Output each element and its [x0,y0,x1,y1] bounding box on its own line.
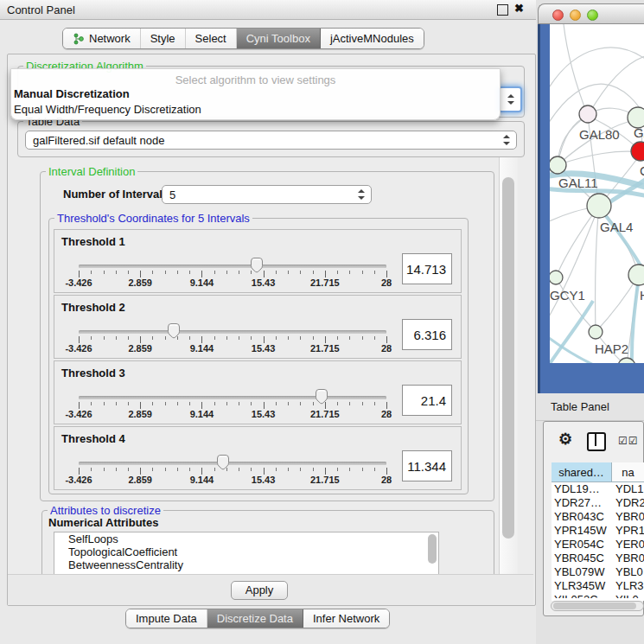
threshold-value-4[interactable]: 11.344 [402,450,452,481]
bottom-tab-discretize-data[interactable]: Discretize Data [207,609,303,628]
threshold-value-1[interactable]: 14.713 [402,253,452,284]
algorithm-option-equal-width-frequency-discretization[interactable]: Equal Width/Frequency Discretization [14,103,201,116]
tick-label: -3.426 [65,277,92,288]
numerical-attributes-list[interactable]: SelfLoopsTopologicalCoefficientBetweenne… [54,532,439,574]
threshold-slider-handle-2[interactable] [167,322,181,340]
tab-select[interactable]: Select [186,29,237,48]
bottom-tab-infer-network[interactable]: Infer Network [303,609,389,628]
hap2-node[interactable] [589,325,603,339]
tick-label: -3.426 [65,409,92,419]
threshold-slider-track-4[interactable] [79,462,386,465]
tick-mark [128,336,129,340]
threshold-slider-track-3[interactable] [79,396,386,399]
threshold-tick-labels-3: -3.4262.8599.14415.4321.71528 [79,409,386,419]
algorithm-option-manual-discretization[interactable]: Manual Discretization [14,87,130,100]
gal4-node[interactable] [587,194,611,218]
tick-label: 28 [381,277,392,288]
bottom-tab-impute-data[interactable]: Impute Data [126,609,207,628]
cell-shared-name: YDL19… [554,482,600,496]
threshold-slider-track-1[interactable] [79,265,386,268]
threshold-tick-labels-4: -3.4262.8599.14415.4321.71528 [79,475,386,485]
attributes-group-title: Attributes to discretize [48,504,163,517]
tick-mark [374,468,375,471]
gear-icon[interactable]: ⚙ [558,431,572,447]
threshold-slider-handle-4[interactable] [216,454,230,471]
tick-mark [140,468,141,475]
tab-network[interactable]: Network [63,29,141,48]
tick-mark [349,336,350,340]
tab-jactivemnodules[interactable]: jActiveMNodules [321,29,424,48]
table-row[interactable]: YDR27…YDR2 [552,496,644,510]
node-label-ga: GA [634,125,644,140]
tick-mark [386,468,387,475]
tick-mark [251,402,252,405]
float-icon[interactable] [497,4,508,16]
threshold-slider-handle-3[interactable] [315,388,328,405]
tick-mark [128,402,129,405]
tick-mark [325,468,326,475]
table-row[interactable]: YDL19…YDL1 [552,482,644,496]
attribute-item-betweennesscentrality[interactable]: BetweennessCentrality [54,558,438,571]
tab-label-select: Select [195,32,226,45]
column-layout-icon[interactable] [587,432,606,451]
close-icon[interactable]: ✖ [514,2,524,15]
tick-mark [116,271,117,274]
tick-mark [201,271,202,277]
list-scrollbar-thumb[interactable] [428,534,437,564]
tick-mark [201,336,202,343]
table-row[interactable]: YPR145WYPR1 [552,524,644,538]
table-row[interactable]: YLR345WYLR3 [552,579,644,593]
node-label-gal11: GAL11 [558,175,598,190]
slider-thumb-icon [250,257,264,274]
column-header-na[interactable]: na [612,462,644,482]
apply-button[interactable]: Apply [231,581,288,600]
algorithm-combo-end[interactable] [498,86,522,112]
close-traffic-light[interactable] [552,10,564,21]
algorithm-dropdown: Select algorithm to view settings Manual… [10,68,501,120]
num-intervals-combo[interactable]: 5 [162,185,372,204]
gal80-node[interactable] [579,105,596,123]
zoom-traffic-light[interactable] [587,10,598,21]
tab-cyni-toolbox[interactable]: Cyni Toolbox [237,29,321,48]
threshold-slider-track-2[interactable] [79,330,386,334]
tick-mark [374,271,375,274]
column-header-shared[interactable]: shared… [552,462,612,482]
table-row[interactable]: YER054CYER0 [552,538,644,552]
table-hscrollbar[interactable] [551,601,644,611]
node-label-gal4: GAL4 [600,220,633,234]
network-window-titlebar [538,3,644,24]
gcy1-node[interactable] [550,271,563,284]
checkbox-icons[interactable]: ☑☑ [618,435,639,447]
threshold-value-3[interactable]: 21.4 [402,385,452,416]
threshold-value-2[interactable]: 6.316 [402,319,452,350]
minimize-traffic-light[interactable] [570,10,581,21]
tab-style[interactable]: Style [141,29,186,48]
apply-strip: Apply [8,574,533,605]
h-node[interactable] [628,265,644,285]
table-row[interactable]: YBL079WYBL0 [552,565,644,579]
attribute-item-topologicalcoefficient[interactable]: TopologicalCoefficient [54,545,438,558]
table-data-combo-value: galFiltered.sif default node [33,134,164,147]
main-scrollbar[interactable] [499,157,518,574]
table-row[interactable]: YBR045CYBR0 [552,552,644,565]
table-hscrollbar-thumb[interactable] [553,603,636,609]
table-row[interactable]: YBR043CYBR0 [552,510,644,524]
table-row[interactable]: YIL052CYIL0 [552,593,644,598]
slider-thumb-icon [167,322,181,340]
tick-mark [349,271,350,274]
gal11-node[interactable] [550,156,566,174]
tick-mark [264,271,265,277]
tick-label: 21.715 [310,277,340,288]
tick-mark [362,336,363,340]
table-data-combo[interactable]: galFiltered.sif default node [25,131,517,150]
tick-mark [313,336,314,340]
tick-mark [349,402,350,405]
attribute-item-selfloops[interactable]: SelfLoops [54,532,438,545]
threshold-slider-handle-1[interactable] [250,257,264,274]
tick-mark [79,402,80,409]
main-scrollbar-thumb[interactable] [502,177,514,539]
tick-mark [128,468,129,471]
tick-mark [300,402,301,405]
network-canvas[interactable]: GAL80GACGAL11GAL4GCY1HHAP2 [550,24,644,363]
tick-mark [325,271,326,277]
